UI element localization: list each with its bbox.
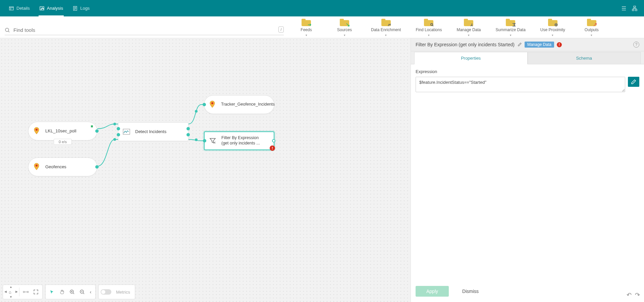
- topbar-tabs: Details Analysis Logs: [4, 0, 94, 16]
- input-port[interactable]: [117, 127, 120, 130]
- category-badge: Manage Data: [525, 42, 554, 48]
- apply-button[interactable]: Apply: [416, 286, 449, 297]
- chevron-down-icon: ▾: [428, 34, 430, 37]
- toolbox-use-proximity[interactable]: Use Proximity ▾: [540, 19, 565, 37]
- chevron-down-icon: ▾: [591, 34, 592, 37]
- input-port[interactable]: [203, 103, 206, 106]
- dismiss-button[interactable]: Dismiss: [462, 289, 479, 294]
- node-label: Geofences: [45, 164, 66, 170]
- toolbox-find-locations[interactable]: Find Locations ▾: [416, 19, 442, 37]
- pan-right-button[interactable]: ▶: [15, 290, 18, 293]
- properties-panel: Filter By Expression (get only incidents…: [411, 38, 644, 302]
- zoom-out-button[interactable]: [78, 288, 87, 296]
- svg-rect-6: [634, 6, 636, 7]
- folder-icon: [381, 19, 391, 26]
- node-label: Tracker_Geofence_Incidents: [221, 102, 271, 107]
- pan-left-button[interactable]: ◀: [4, 290, 7, 293]
- toolbox-summarize-data[interactable]: Summarize Data ▾: [495, 19, 525, 37]
- error-badge-icon: !: [557, 42, 562, 47]
- node-filter-by-expression[interactable]: Filter By Expression (get only incidents…: [204, 131, 274, 150]
- chevron-down-icon: ▾: [385, 34, 387, 37]
- svg-point-15: [195, 110, 198, 113]
- output-port[interactable]: [186, 127, 190, 130]
- zoom-in-button[interactable]: [68, 288, 76, 296]
- svg-point-22: [27, 291, 29, 293]
- status-running-icon: [90, 125, 94, 128]
- toolbox-outputs[interactable]: Outputs ▾: [580, 19, 603, 37]
- feed-icon: [31, 126, 42, 136]
- edit-expression-button[interactable]: [628, 77, 639, 87]
- tab-details[interactable]: Details: [4, 0, 35, 16]
- toolbox-label: Use Proximity: [540, 27, 565, 32]
- toolbox-label: Manage Data: [457, 27, 481, 32]
- panel-header: Filter By Expression (get only incidents…: [411, 38, 644, 51]
- rate-badge: 0 e/s: [54, 139, 72, 145]
- pencil-icon: [631, 79, 636, 84]
- output-port[interactable]: [95, 129, 99, 133]
- select-tool-button[interactable]: [48, 288, 56, 296]
- tab-logs[interactable]: Logs: [68, 0, 94, 16]
- output-port[interactable]: [272, 139, 275, 142]
- canvas-controls: ▲ ▼ ◀ ▶ ⌂: [3, 285, 135, 299]
- node-label: Detect Incidents: [135, 129, 166, 134]
- expression-textarea[interactable]: [416, 77, 625, 92]
- fit-connect-button[interactable]: [21, 288, 30, 296]
- tab-label: Analysis: [47, 6, 63, 11]
- folder-icon: [340, 19, 349, 26]
- home-extent-button[interactable]: ⌂: [9, 290, 11, 295]
- svg-point-13: [113, 123, 116, 125]
- metrics-toggle[interactable]: [101, 289, 111, 295]
- tab-schema[interactable]: Schema: [528, 52, 641, 64]
- topbar-actions: [621, 5, 640, 12]
- node-label: Filter By Expression (get only incidents…: [221, 135, 260, 146]
- model-canvas[interactable]: LKL_10sec_poll 0 e/s Geofences Detect In…: [0, 38, 411, 302]
- filter-icon: [207, 135, 218, 146]
- toolbox-label: Sources: [337, 27, 352, 32]
- toolbox-data-enrichment[interactable]: Data Enrichment ▾: [371, 19, 401, 37]
- redo-button[interactable]: ↷: [635, 291, 640, 299]
- list-view-icon[interactable]: [621, 5, 627, 12]
- model-view-icon[interactable]: [631, 5, 638, 12]
- folder-icon: [506, 19, 515, 26]
- svg-point-11: [555, 24, 557, 25]
- svg-rect-8: [635, 9, 637, 11]
- svg-point-17: [36, 129, 38, 131]
- search-input[interactable]: [13, 25, 284, 35]
- node-tracker-geofence-incidents[interactable]: Tracker_Geofence_Incidents: [204, 95, 274, 114]
- node-lkl-10sec-poll[interactable]: LKL_10sec_poll 0 e/s: [28, 122, 97, 140]
- svg-point-18: [36, 165, 38, 167]
- output-port[interactable]: [186, 133, 190, 136]
- pan-down-button[interactable]: ▼: [9, 295, 12, 299]
- output-port[interactable]: [95, 165, 99, 169]
- node-geofences[interactable]: Geofences: [28, 158, 97, 176]
- chevron-down-icon: ▾: [510, 34, 512, 37]
- tab-analysis[interactable]: Analysis: [35, 0, 68, 16]
- tab-properties[interactable]: Properties: [414, 52, 528, 64]
- node-detect-incidents[interactable]: Detect Incidents: [118, 122, 189, 141]
- toolbox-sources[interactable]: Sources ▾: [333, 19, 356, 37]
- main-area: LKL_10sec_poll 0 e/s Geofences Detect In…: [0, 38, 644, 302]
- panel-actions: Apply Dismiss: [411, 281, 644, 302]
- search-container: /: [0, 16, 288, 38]
- toolbox-feeds[interactable]: Feeds ▾: [294, 19, 318, 37]
- svg-rect-7: [632, 9, 634, 11]
- pan-tool-button[interactable]: [58, 288, 66, 296]
- error-indicator-icon: !: [270, 145, 275, 151]
- edit-title-icon[interactable]: [517, 42, 522, 47]
- collapse-tools-button[interactable]: ‹: [88, 288, 93, 296]
- metrics-control-group: Metrics: [98, 285, 135, 299]
- svg-point-14: [113, 138, 116, 141]
- undo-button[interactable]: ↶: [627, 291, 632, 299]
- input-port[interactable]: [203, 139, 206, 142]
- svg-rect-0: [9, 7, 13, 10]
- toolbox-label: Find Locations: [416, 27, 442, 32]
- input-port[interactable]: [117, 133, 120, 136]
- pan-up-button[interactable]: ▲: [9, 285, 12, 289]
- node-label: LKL_10sec_poll: [45, 128, 76, 134]
- tab-label: Logs: [80, 6, 90, 11]
- toolbox-manage-data[interactable]: Manage Data ▾: [457, 19, 481, 37]
- help-icon[interactable]: ?: [633, 42, 639, 48]
- output-icon: [207, 99, 218, 110]
- fit-extent-button[interactable]: [32, 288, 40, 296]
- svg-point-16: [195, 138, 198, 141]
